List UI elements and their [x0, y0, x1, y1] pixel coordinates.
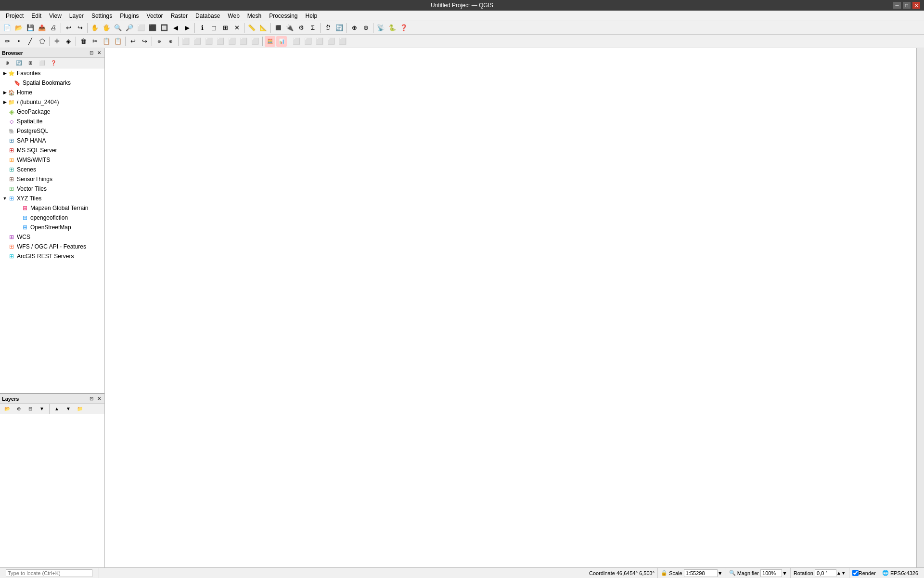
tb-draw-polygon[interactable]: ⬠ — [37, 36, 47, 47]
tb-select-rect[interactable]: ⊞ — [220, 23, 231, 33]
menu-help[interactable]: Help — [302, 12, 321, 20]
map-canvas[interactable] — [105, 48, 916, 567]
tb-filter[interactable]: ⊕ — [349, 23, 359, 33]
browser-item-wcs[interactable]: ⊞ WCS — [0, 232, 104, 242]
tb-pan-map[interactable]: 🖐 — [101, 23, 112, 33]
magnifier-dropdown-icon[interactable]: ▼ — [782, 570, 787, 576]
browser-item-home[interactable]: ▶ 🏠 Home — [0, 88, 104, 97]
browser-item-sensorthings[interactable]: ⊞ SensorThings — [0, 174, 104, 184]
browser-item-opengeofiction[interactable]: ⊞ opengeofiction — [0, 213, 104, 223]
close-button[interactable]: ✕ — [912, 2, 920, 9]
tb-zoom-layer[interactable]: ⬛ — [147, 23, 158, 33]
menu-mesh[interactable]: Mesh — [244, 12, 265, 20]
tb-gps[interactable]: 📡 — [375, 23, 386, 33]
tb-processing[interactable]: ⚙ — [296, 23, 307, 33]
tb-draw-line[interactable]: ╱ — [25, 36, 36, 47]
tb-attr-table[interactable]: 📊 — [276, 36, 287, 47]
layers-group-btn[interactable]: 📁 — [75, 404, 85, 414]
menu-plugins[interactable]: Plugins — [116, 12, 142, 20]
browser-item-mssql[interactable]: ⊞ MS SQL Server — [0, 145, 104, 155]
menu-settings[interactable]: Settings — [88, 12, 116, 20]
layers-close-btn[interactable]: ✕ — [96, 395, 103, 402]
tb-paste[interactable]: 📋 — [113, 36, 123, 47]
tb-save[interactable]: 💾 — [25, 23, 36, 33]
tb-digitize2[interactable]: ⬜ — [204, 36, 214, 47]
browser-filter-btn[interactable]: ⊞ — [25, 58, 36, 68]
tb-redo2[interactable]: ↪ — [139, 36, 150, 47]
menu-web[interactable]: Web — [224, 12, 243, 20]
scale-dropdown-icon[interactable]: ▼ — [718, 570, 723, 576]
layers-down-btn[interactable]: ▼ — [63, 404, 74, 414]
tb-undo2[interactable]: ↩ — [128, 36, 138, 47]
tb-move[interactable]: ✛ — [51, 36, 62, 47]
layers-filter-btn[interactable]: ▼ — [37, 404, 47, 414]
menu-layer[interactable]: Layer — [65, 12, 88, 20]
tb-filter2[interactable]: ⊕ — [360, 23, 371, 33]
render-checkbox[interactable] — [852, 570, 859, 576]
menu-view[interactable]: View — [45, 12, 65, 20]
tb-zoom-next[interactable]: ▶ — [182, 23, 192, 33]
tb-zoom-in[interactable]: 🔍 — [113, 23, 123, 33]
tb-zoom-prev[interactable]: ◀ — [170, 23, 181, 33]
tb-saveas[interactable]: 📤 — [37, 23, 47, 33]
tb-measure[interactable]: 📏 — [246, 23, 257, 33]
browser-item-mapzen[interactable]: ⊞ Mapzen Global Terrain — [0, 203, 104, 213]
layers-remove-btn[interactable]: ⊟ — [25, 404, 36, 414]
tb-select[interactable]: ◻ — [208, 23, 219, 33]
menu-edit[interactable]: Edit — [27, 12, 45, 20]
browser-item-spatial-bookmarks[interactable]: 🔖 Spatial Bookmarks — [0, 78, 104, 88]
menu-vector[interactable]: Vector — [143, 12, 167, 20]
rotation-dec-btn[interactable]: ▼ — [841, 570, 846, 576]
tb-tracing[interactable]: ⬜ — [180, 36, 191, 47]
tb-more1[interactable]: ⬜ — [291, 36, 302, 47]
tb-edit-layer[interactable]: ✏ — [2, 36, 13, 47]
tb-cut[interactable]: ✂ — [90, 36, 100, 47]
browser-item-wms[interactable]: ⊞ WMS/WMTS — [0, 155, 104, 165]
tb-more4[interactable]: ⬜ — [326, 36, 336, 47]
menu-project[interactable]: Project — [2, 12, 27, 20]
tb-zoom-out[interactable]: 🔎 — [124, 23, 135, 33]
rotation-input[interactable] — [815, 569, 836, 577]
browser-item-vectortiles[interactable]: ⊞ Vector Tiles — [0, 184, 104, 194]
tb-snap2[interactable]: ⊕ — [166, 36, 176, 47]
tb-open[interactable]: 📂 — [13, 23, 24, 33]
menu-database[interactable]: Database — [192, 12, 224, 20]
tb-identify[interactable]: ℹ — [197, 23, 207, 33]
browser-item-arcgis[interactable]: ⊞ ArcGIS REST Servers — [0, 251, 104, 261]
tb-copy[interactable]: 📋 — [101, 36, 112, 47]
tb-digitize[interactable]: ⬜ — [192, 36, 203, 47]
browser-item-postgresql[interactable]: 🐘 PostgreSQL — [0, 126, 104, 136]
layers-open-btn[interactable]: 📂 — [2, 404, 13, 414]
locate-input[interactable] — [6, 569, 92, 577]
menu-raster[interactable]: Raster — [167, 12, 192, 20]
browser-item-osm[interactable]: ⊞ OpenStreetMap — [0, 223, 104, 232]
tb-temporal[interactable]: ⏱ — [322, 23, 333, 33]
tb-refresh[interactable]: 🔄 — [334, 23, 345, 33]
browser-item-saphana[interactable]: ⊞ SAP HANA — [0, 136, 104, 145]
rotation-inc-btn[interactable]: ▲ — [836, 570, 841, 576]
maximize-button[interactable]: □ — [903, 2, 911, 9]
browser-refresh-btn[interactable]: 🔄 — [13, 58, 24, 68]
layers-float-btn[interactable]: ⊡ — [88, 395, 95, 402]
tb-digitize3[interactable]: ⬜ — [215, 36, 226, 47]
tb-digitize5[interactable]: ⬜ — [238, 36, 249, 47]
tb-stats[interactable]: Σ — [308, 23, 318, 33]
tb-more2[interactable]: ⬜ — [303, 36, 313, 47]
tb-deselect[interactable]: ✕ — [231, 23, 242, 33]
tb-zoom-full[interactable]: ⬜ — [136, 23, 146, 33]
tb-digitize4[interactable]: ⬜ — [227, 36, 237, 47]
tb-redo[interactable]: ↪ — [75, 23, 85, 33]
browser-item-xyz[interactable]: ▼ ⊞ XYZ Tiles — [0, 194, 104, 203]
minimize-button[interactable]: ─ — [893, 2, 901, 9]
browser-item-lubuntu[interactable]: ▶ 📁 / (lubuntu_2404) — [0, 97, 104, 107]
tb-print[interactable]: 🖨 — [48, 23, 59, 33]
epsg-segment[interactable]: 🌐 EPSG:4326 — [879, 568, 921, 578]
tb-more5[interactable]: ⬜ — [337, 36, 348, 47]
tb-python[interactable]: 🐍 — [387, 23, 398, 33]
menu-processing[interactable]: Processing — [265, 12, 301, 20]
tb-draw-point[interactable]: • — [13, 36, 24, 47]
tb-layers[interactable]: ⬛ — [273, 23, 283, 33]
tb-zoom-select[interactable]: 🔲 — [159, 23, 169, 33]
scale-input[interactable] — [684, 569, 718, 577]
browser-item-geopackage[interactable]: ◈ GeoPackage — [0, 107, 104, 117]
